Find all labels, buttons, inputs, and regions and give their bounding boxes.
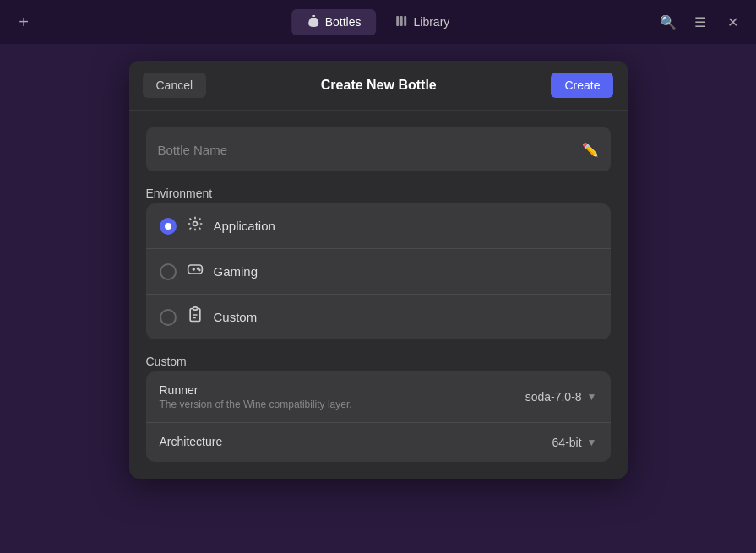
environment-application[interactable]: Application [146,203,611,249]
architecture-option: Architecture 64-bit ▼ [146,423,611,462]
dialog-header: Cancel Create New Bottle Create [129,61,628,111]
close-icon: ✕ [727,14,738,30]
architecture-value: 64-bit [552,436,582,449]
top-bar-left: + [10,8,37,35]
dialog-title: Create New Bottle [321,78,437,93]
add-button[interactable]: + [10,8,37,35]
svg-rect-2 [400,16,403,26]
radio-gaming [160,263,177,280]
custom-section: Custom Runner The version of the Wine co… [146,355,611,462]
bottle-name-field[interactable]: ✏️ [146,127,611,171]
architecture-select[interactable]: 64-bit ▼ [552,436,597,449]
top-bar: + Create New Bottle Bottles Library [0,0,756,44]
runner-title: Runner [160,383,352,397]
menu-icon: ☰ [694,14,706,30]
runner-desc: The version of the Wine compatibility la… [160,398,352,410]
tab-library-text: Library [414,15,450,29]
main-area: Cancel Create New Bottle Create ✏️ Envir… [0,44,756,553]
create-bottle-dialog: Cancel Create New Bottle Create ✏️ Envir… [129,61,628,479]
application-label: Application [214,219,275,233]
custom-icon [187,306,204,328]
runner-info: Runner The version of the Wine compatibi… [160,383,352,410]
radio-custom [160,309,177,326]
library-icon [395,14,409,30]
gaming-label: Gaming [214,264,258,279]
environment-radio-group: Application [146,203,611,339]
custom-section-label: Custom [146,355,611,368]
bottles-icon [307,14,320,30]
environment-gaming[interactable]: Gaming [146,249,611,295]
gaming-icon [187,261,204,282]
architecture-info: Architecture [160,435,223,450]
search-icon: 🔍 [660,14,677,30]
runner-option: Runner The version of the Wine compatibi… [146,371,611,423]
dialog-body: ✏️ Environment [129,111,628,479]
environment-custom[interactable]: Custom [146,295,611,339]
architecture-title: Architecture [160,435,223,448]
edit-icon: ✏️ [582,142,599,158]
svg-point-9 [199,269,200,271]
runner-arrow: ▼ [587,391,597,403]
radio-application [160,218,177,235]
runner-select[interactable]: soda-7.0-8 ▼ [525,390,597,404]
cancel-button[interactable]: Cancel [143,73,207,98]
custom-env-label: Custom [214,310,258,324]
nav-tabs: Create New Bottle Bottles Library [291,9,465,35]
tab-bottles-text: Bottles [325,15,362,29]
close-button[interactable]: ✕ [719,8,746,35]
tab-library[interactable]: Library [380,9,465,35]
svg-rect-0 [312,15,315,17]
menu-button[interactable]: ☰ [687,8,714,35]
tab-bottles[interactable]: Create New Bottle Bottles [291,9,377,35]
top-bar-right: 🔍 ☰ ✕ [655,8,746,35]
application-icon [187,215,204,236]
custom-options-list: Runner The version of the Wine compatibi… [146,371,611,462]
svg-point-4 [193,222,197,226]
svg-rect-3 [405,16,407,26]
bottle-name-input[interactable] [158,143,582,157]
environment-label: Environment [146,187,611,200]
architecture-arrow: ▼ [587,436,597,448]
environment-section: Environment Application [146,187,611,339]
svg-rect-1 [397,16,400,26]
runner-value: soda-7.0-8 [525,390,582,404]
create-button[interactable]: Create [551,73,613,98]
search-button[interactable]: 🔍 [655,8,682,35]
